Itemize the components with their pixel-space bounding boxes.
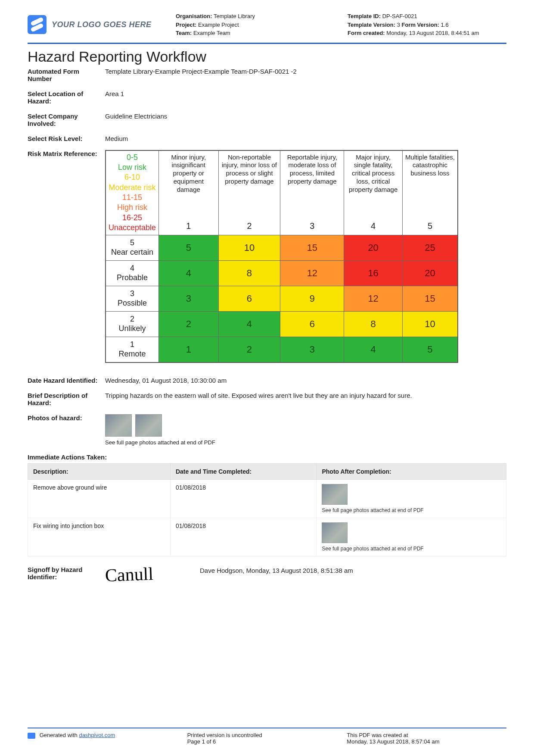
meta-col-1: Organisation: Template Library Project: …	[176, 12, 335, 37]
signoff-label: Signoff by Hazard Identifier:	[28, 566, 105, 585]
photo-thumbnail	[105, 414, 132, 437]
form-created-value: Monday, 13 August 2018, 8:44:51 am	[386, 30, 479, 36]
team-label: Team:	[176, 30, 192, 36]
dashpivot-icon	[28, 733, 35, 739]
description-label: Brief Description of Hazard:	[28, 392, 105, 406]
template-id-value: DP-SAF-0021	[382, 13, 417, 19]
photo-thumbnail	[322, 522, 348, 543]
project-label: Project:	[176, 22, 196, 28]
action-date: 01/08/2018	[170, 518, 317, 556]
actions-table: Description:Date and Time Completed:Phot…	[28, 463, 506, 556]
action-photo-cell: See full page photos attached at end of …	[317, 479, 506, 518]
location-label: Select Location of Hazard:	[28, 90, 105, 105]
matrix-cell: 8	[218, 260, 280, 286]
matrix-cell: 15	[402, 286, 458, 311]
company-label: Select Company Involved:	[28, 112, 105, 127]
pdf-created-label: This PDF was created at	[347, 732, 506, 738]
logo-icon	[28, 15, 47, 34]
severity-header: Major injury, single fatality, critical …	[344, 150, 403, 235]
matrix-cell: 8	[344, 311, 403, 337]
form-number-label: Automated Form Number	[28, 68, 105, 82]
risk-level-value: Medium	[105, 135, 506, 142]
actions-col-header: Photo After Completion:	[317, 463, 506, 479]
likelihood-label: 4Probable	[106, 260, 159, 286]
matrix-cell: 3	[280, 337, 344, 362]
matrix-cell: 1	[159, 337, 218, 362]
date-hazard-value: Wednesday, 01 August 2018, 10:30:00 am	[105, 377, 506, 384]
matrix-cell: 15	[280, 235, 344, 260]
matrix-cell: 12	[280, 260, 344, 286]
matrix-cell: 6	[280, 311, 344, 337]
action-description: Fix wiring into junction box	[28, 518, 171, 556]
actions-col-header: Description:	[28, 463, 171, 479]
hazard-photos	[105, 414, 506, 437]
photo-thumbnail	[135, 414, 162, 437]
severity-header: Multiple fatalities, catastrophic busine…	[402, 150, 458, 235]
location-value: Area 1	[105, 90, 506, 105]
company-value: Guideline Electricians	[105, 112, 506, 127]
matrix-cell: 3	[159, 286, 218, 311]
pdf-created-value: Monday, 13 August 2018, 8:57:04 am	[347, 738, 506, 745]
template-ver-label: Template Version:	[348, 22, 395, 28]
logo-text: YOUR LOGO GOES HERE	[52, 20, 152, 29]
date-hazard-label: Date Hazard Identified:	[28, 377, 105, 384]
page-number: Page 1 of 6	[187, 738, 347, 745]
matrix-cell: 4	[159, 260, 218, 286]
form-created-label: Form created:	[348, 30, 385, 36]
org-value: Template Library	[214, 13, 255, 19]
description-value: Tripping hazards on the eastern wall of …	[105, 392, 506, 406]
signature-image: Canull	[105, 563, 154, 586]
photos-note: See full page photos attached at end of …	[105, 439, 506, 446]
risk-level-label: Select Risk Level:	[28, 135, 105, 142]
matrix-cell: 12	[344, 286, 403, 311]
matrix-cell: 5	[402, 337, 458, 362]
team-value: Example Team	[193, 30, 230, 36]
matrix-cell: 2	[159, 311, 218, 337]
action-description: Remove above ground wire	[28, 479, 171, 518]
project-value: Example Project	[198, 22, 239, 28]
matrix-cell: 2	[218, 337, 280, 362]
logo-block: YOUR LOGO GOES HERE	[28, 12, 165, 37]
photo-thumbnail	[322, 484, 348, 505]
page-title: Hazard Reporting Workflow	[28, 48, 506, 65]
matrix-cell: 4	[344, 337, 403, 362]
template-ver-value: 3	[397, 22, 400, 28]
action-photo-cell: See full page photos attached at end of …	[317, 518, 506, 556]
photos-label: Photos of hazard:	[28, 414, 105, 446]
matrix-cell: 10	[218, 235, 280, 260]
matrix-cell: 4	[218, 311, 280, 337]
org-label: Organisation:	[176, 13, 212, 19]
likelihood-label: 5Near certain	[106, 235, 159, 260]
likelihood-label: 3Possible	[106, 286, 159, 311]
generated-prefix: Generated with	[40, 732, 79, 738]
actions-col-header: Date and Time Completed:	[170, 463, 317, 479]
meta-col-2: Template ID: DP-SAF-0021 Template Versio…	[348, 12, 506, 37]
severity-header: Minor injury, insignificant property or …	[159, 150, 218, 235]
severity-header: Non-reportable injury, minor loss of pro…	[218, 150, 280, 235]
actions-heading: Immediate Actions Taken:	[28, 453, 506, 461]
matrix-label: Risk Matrix Reference:	[28, 150, 105, 363]
matrix-cell: 16	[344, 260, 403, 286]
risk-matrix-table: 0-5Low risk6-10Moderate risk11-15High ri…	[105, 150, 458, 363]
matrix-cell: 9	[280, 286, 344, 311]
header-meta: Organisation: Template Library Project: …	[176, 12, 506, 37]
matrix-legend: 0-5Low risk6-10Moderate risk11-15High ri…	[106, 150, 159, 235]
matrix-cell: 10	[402, 311, 458, 337]
matrix-cell: 6	[218, 286, 280, 311]
likelihood-label: 1Remote	[106, 337, 159, 362]
form-ver-value: 1.6	[441, 22, 449, 28]
action-date: 01/08/2018	[170, 479, 317, 518]
matrix-cell: 20	[402, 260, 458, 286]
action-photo-note: See full page photos attached at end of …	[322, 507, 501, 513]
matrix-cell: 20	[344, 235, 403, 260]
signoff-value: Dave Hodgson, Monday, 13 August 2018, 8:…	[200, 566, 506, 585]
action-photo-note: See full page photos attached at end of …	[322, 546, 501, 552]
document-header: YOUR LOGO GOES HERE Organisation: Templa…	[28, 12, 506, 44]
form-number-value: Template Library-Example Project-Example…	[105, 68, 506, 82]
dashpivot-link[interactable]: dashpivot.com	[79, 732, 115, 738]
document-footer: Generated with dashpivot.com Printed ver…	[28, 728, 506, 745]
template-id-label: Template ID:	[348, 13, 381, 19]
form-ver-label: Form Version:	[402, 22, 439, 28]
likelihood-label: 2Unlikely	[106, 311, 159, 337]
matrix-cell: 5	[159, 235, 218, 260]
